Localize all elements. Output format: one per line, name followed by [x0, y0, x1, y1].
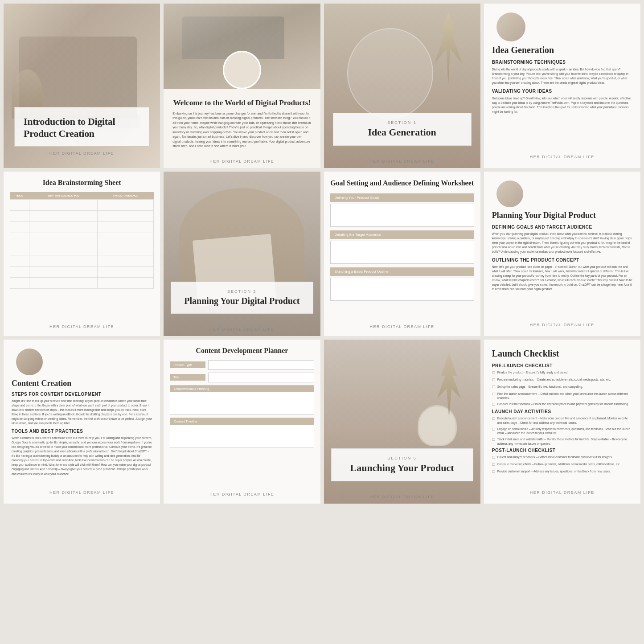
- brainstorm-col3: TARGET AUDIENCE: [98, 192, 154, 200]
- checklist-pre-item-1: Finalize the product – Ensure it's fully…: [492, 370, 632, 376]
- card-checklist-title: Launch Checklist: [492, 349, 632, 359]
- card-section2-brand: HER DIGITAL DREAM LIFE: [164, 327, 320, 336]
- card-content-brand: HER DIGITAL DREAM LIFE: [12, 490, 152, 495]
- card-section2-title: Planning Your Digital Product: [179, 295, 304, 306]
- worksheet-box-1: [330, 204, 474, 227]
- table-row: [10, 266, 154, 277]
- checklist-pre-item-2: Prepare marketing materials – Create and…: [492, 377, 632, 383]
- card-worksheet-brand: HER DIGITAL DREAM LIFE: [330, 324, 474, 329]
- card-planning-s1-title: DEFINING GOALS AND TARGET AUDIENCE: [492, 225, 632, 230]
- card-welcome: Welcome to the World of Digital Products…: [164, 4, 320, 168]
- card-launch-checklist: Launch Checklist Pre-Launch Checklist Fi…: [484, 340, 640, 504]
- card-ideagen-text: Idea Generation BRAINSTORMING TECHNIQUES…: [484, 4, 640, 168]
- card-section5-label: SECTION 5: [340, 456, 465, 460]
- card-intro-brand: HER DIGITAL DREAM LIFE: [14, 151, 149, 156]
- card-worksheet-title: Goal Setting and Audience Defining Works…: [330, 179, 474, 188]
- card-ideagen-s1-body: Diving into the world of digital product…: [492, 67, 632, 85]
- planner-content-label: Content Timeline: [170, 418, 313, 425]
- brainstorm-table: IDEA WHY THIS EXCITES YOU TARGET AUDIENC…: [10, 192, 154, 289]
- card-content-s2-title: TOOLS AND BEST PRACTICES: [12, 429, 152, 434]
- card-ideagen-photo: [496, 12, 525, 41]
- card-welcome-text: Welcome to the World of Digital Products…: [164, 89, 320, 159]
- main-grid: Introduction to Digital Product Creation…: [0, 0, 644, 507]
- card-section1-contentbox: SECTION 1 Idea Generation: [333, 113, 472, 146]
- table-row: [10, 277, 154, 288]
- card-section1-label: SECTION 1: [341, 120, 463, 125]
- planner-label-title: Title: [170, 374, 205, 381]
- table-row: [10, 233, 154, 244]
- card-welcome-brand: HER DIGITAL DREAM LIFE: [164, 159, 320, 168]
- checklist-launch-item-1: Execute launch announcement – Make your …: [492, 416, 632, 425]
- planner-content-box: Content Timeline: [170, 418, 314, 447]
- worksheet-label-3: Sketching a Basic Product Outline: [330, 267, 474, 276]
- card-welcome-body: Embarking on this journey has been a gam…: [172, 111, 311, 149]
- card-content-planner: Content Development Planner Product Type…: [164, 340, 320, 504]
- card-ideagen-s2-body: Got some ideas lined up? Great! Now, let…: [492, 96, 632, 114]
- planner-chapter-content: [170, 392, 313, 414]
- card-section5-contentbox: SECTION 5 Launching Your Product: [331, 448, 473, 481]
- checklist-pre-title: Pre-Launch Checklist: [492, 363, 632, 368]
- card-checklist-brand: HER DIGITAL DREAM LIFE: [492, 490, 632, 495]
- planner-row-title: Title: [170, 373, 314, 382]
- checklist-post-item-1: Collect and analyze feedback – Gather in…: [492, 455, 632, 460]
- checklist-post-item-3: Provide customer support – Address any i…: [492, 469, 632, 475]
- card-section5-brand: HER DIGITAL DREAM LIFE: [324, 495, 480, 504]
- card-welcome-photo: [164, 4, 320, 89]
- table-row: [10, 210, 154, 222]
- planner-chapter-label: Chapter/Module Planning: [170, 386, 313, 392]
- planner-label-product: Product Type: [170, 361, 205, 368]
- planner-input-title: [208, 373, 314, 382]
- table-row: [10, 222, 154, 233]
- card-planner-brand: HER DIGITAL DREAM LIFE: [170, 492, 314, 496]
- card-ideagen-s2-title: VALIDATING YOUR IDEAS: [492, 89, 632, 94]
- worksheet-section-1: Defining Your Product Goals: [330, 193, 474, 227]
- card-planning-s1-body: When you start planning your digital pro…: [492, 232, 632, 254]
- checklist-pre-item-5: Conduct test transactions – Check the ch…: [492, 402, 632, 407]
- worksheet-section-3: Sketching a Basic Product Outline: [330, 267, 474, 301]
- worksheet-label-2: Detailing the Target Audience: [330, 230, 474, 239]
- card-section1-brand: HER DIGITAL DREAM LIFE: [324, 159, 480, 168]
- card-ideagen-s1-title: BRAINSTORMING TECHNIQUES: [492, 60, 632, 65]
- planner-input-product: [208, 360, 314, 370]
- worksheet-section-2: Detailing the Target Audience: [330, 230, 474, 264]
- card-content-s2-body: When it comes to tools, there's a treasu…: [12, 436, 152, 476]
- planner-row-product: Product Type: [170, 360, 314, 370]
- card-brainstorm-sheet: Idea Brainstorming Sheet IDEA WHY THIS E…: [4, 172, 160, 336]
- checklist-post-item-2: Continue marketing efforts – Follow-up e…: [492, 462, 632, 468]
- table-row: [10, 244, 154, 255]
- card-section5-title: Launching Your Product: [340, 462, 465, 474]
- card-planning-photo: [496, 180, 523, 207]
- table-row: [10, 255, 154, 266]
- card-worksheet: Goal Setting and Audience Defining Works…: [324, 172, 480, 336]
- card-brainstorm-brand: HER DIGITAL DREAM LIFE: [10, 322, 154, 329]
- worksheet-label-1: Defining Your Product Goals: [330, 193, 474, 202]
- planner-chapter-box: Chapter/Module Planning: [170, 385, 314, 415]
- card-ideagen-brand: HER DIGITAL DREAM LIFE: [492, 155, 632, 159]
- card-intro-titlebox: Introduction to Digital Product Creation: [14, 107, 149, 147]
- worksheet-box-3: [330, 278, 474, 301]
- checklist-pre-item-4: Plan the launch announcement – Detail ou…: [492, 392, 632, 401]
- card-planner-title: Content Development Planner: [170, 347, 314, 355]
- brainstorm-col1: IDEA: [10, 192, 29, 200]
- card-content-s1-body: Alright, it's time to roll up your sleev…: [12, 399, 152, 426]
- card-content-title: Content Creation: [12, 379, 152, 388]
- card-planning-s2-title: OUTLINING THE PRODUCT CONCEPT: [492, 258, 632, 263]
- checklist-pre-item-3: Set up the sales page – Ensure it's live…: [492, 385, 632, 390]
- card-welcome-title: Welcome to the World of Digital Products…: [172, 98, 311, 108]
- worksheet-box-2: [330, 241, 474, 264]
- card-intro-overlay: Introduction to Digital Product Creation…: [4, 98, 160, 168]
- card-planning-brand: HER DIGITAL DREAM LIFE: [492, 323, 632, 327]
- table-row: [10, 199, 154, 210]
- card-intro-title: Introduction to Digital Product Creation: [24, 115, 140, 140]
- card-brainstorm-title: Idea Brainstorming Sheet: [10, 179, 154, 187]
- checklist-launch-title: Launch Day Activities: [492, 409, 632, 414]
- brainstorm-col2: WHY THIS EXCITES YOU: [29, 192, 98, 200]
- card-section2-contentbox: SECTION 2 Planning Your Digital Product: [171, 282, 313, 314]
- card-ideagen-title: Idea Generation: [492, 45, 632, 55]
- card-section2-label: SECTION 2: [179, 289, 304, 294]
- card-content-photo: [16, 349, 43, 375]
- checklist-launch-item-2: Engage on social media – Actively respon…: [492, 427, 632, 436]
- card-planning-s2-body: Now, let's get your product idea down on…: [492, 265, 632, 291]
- checklist-post-title: Post-Launch Checklist: [492, 448, 632, 453]
- card-planning-title: Planning Your Digital Product: [492, 211, 632, 220]
